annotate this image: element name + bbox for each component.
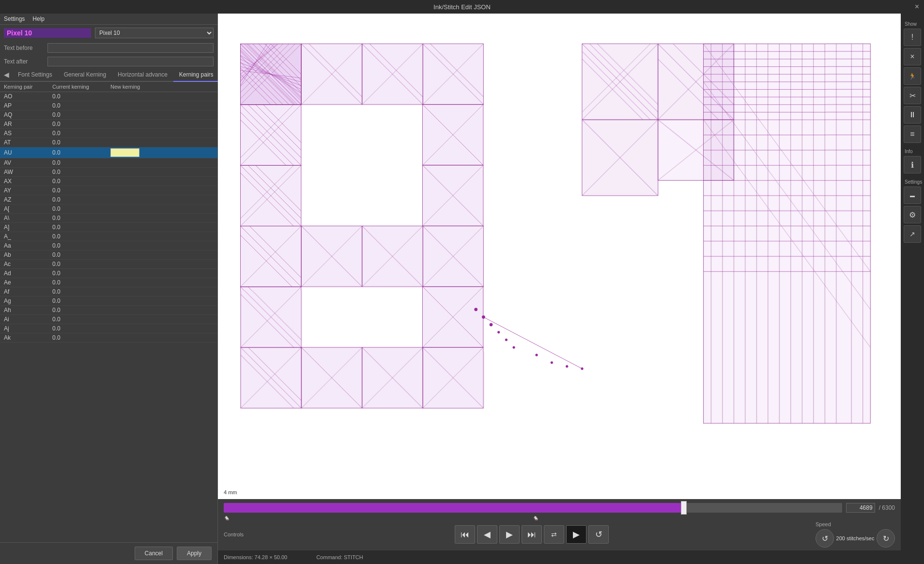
svg-point-160 [490, 323, 493, 326]
first-button[interactable]: ⏮ [455, 525, 475, 544]
current-kerning-cell: 0.0 [52, 233, 110, 240]
current-kerning-cell: 0.0 [52, 102, 110, 109]
kerning-pair-cell: Af [4, 288, 52, 295]
table-row[interactable]: Aa0.0 [0, 241, 217, 251]
menu-settings[interactable]: Settings [4, 16, 25, 22]
arrow-icon-btn[interactable]: ↗ [904, 225, 921, 243]
apply-button[interactable]: Apply [177, 547, 212, 560]
kerning-pair-cell: A\ [4, 215, 52, 221]
table-row[interactable]: AP0.0 [0, 101, 217, 110]
menu-help[interactable]: Help [32, 16, 45, 22]
cancel-button[interactable]: Cancel [135, 547, 173, 560]
font-selector-row: Pixel 10 [0, 25, 217, 41]
left-panel: Settings Help Pixel 10 Text before Text … [0, 14, 218, 564]
marker-start: 🐁 [224, 515, 230, 520]
tab-prev-button[interactable]: ◀ [1, 69, 12, 80]
table-row[interactable]: Ac0.0 [0, 260, 217, 269]
table-row[interactable]: Ah0.0 [0, 306, 217, 315]
table-row[interactable]: AR0.0 [0, 120, 217, 129]
next-button[interactable]: ▶ [499, 525, 520, 544]
table-row[interactable]: AV0.0 [0, 158, 217, 168]
right-sidebar: Show ! × 🏃 ✂ ⏸ ≡ Info ℹ Settings ▬ ⚙ ↗ [901, 14, 924, 564]
table-row[interactable]: AS0.0 [0, 129, 217, 138]
tab-horizontal-advance[interactable]: Horizontal advance [112, 68, 173, 81]
current-kerning-cell: 0.0 [52, 149, 110, 156]
stitch-total: / 6300 [879, 504, 895, 511]
play-button[interactable]: ▶ [566, 525, 586, 544]
current-kerning-cell: 0.0 [52, 307, 110, 313]
table-row[interactable]: AU0.0 [0, 147, 217, 158]
figure-icon-btn[interactable]: 🏃 [904, 67, 921, 85]
restart-button[interactable]: ↺ [588, 525, 609, 544]
text-before-input[interactable] [47, 43, 214, 53]
current-kerning-cell: 0.0 [52, 130, 110, 137]
table-row[interactable]: AQ0.0 [0, 110, 217, 120]
timeline-bar[interactable]: 🐁 🐁 [224, 503, 842, 513]
kerning-pair-cell: AP [4, 102, 52, 109]
speed-increase-button[interactable]: ↻ [877, 529, 895, 548]
command-label: Command: STITCH [316, 554, 363, 560]
scissors-icon-btn[interactable]: ✂ [904, 87, 921, 104]
bar-icon-btn[interactable]: ▬ [904, 187, 921, 204]
prev-button[interactable]: ◀ [477, 525, 497, 544]
current-kerning-cell: 0.0 [52, 111, 110, 118]
kerning-pair-cell: A[ [4, 205, 52, 212]
gear-icon-btn[interactable]: ⚙ [904, 206, 921, 223]
close-icon-btn[interactable]: × [904, 48, 921, 65]
current-kerning-cell: 0.0 [52, 298, 110, 304]
text-after-input[interactable] [47, 57, 214, 66]
table-row[interactable]: Ai0.0 [0, 315, 217, 324]
table-row[interactable]: Ae0.0 [0, 278, 217, 287]
pause-icon-btn[interactable]: ⏸ [904, 106, 921, 124]
scale-label: 4 mm [224, 489, 237, 495]
current-kerning-cell: 0.0 [52, 270, 110, 277]
table-row[interactable]: AX0.0 [0, 177, 217, 186]
table-row[interactable]: Af0.0 [0, 287, 217, 297]
swap-button[interactable]: ⇄ [544, 525, 564, 544]
tab-kerning-pairs[interactable]: Kerning pairs [173, 68, 219, 82]
table-row[interactable]: Ag0.0 [0, 297, 217, 306]
table-row[interactable]: AY0.0 [0, 186, 217, 195]
kerning-pair-cell: AZ [4, 196, 52, 203]
close-button[interactable]: × [915, 2, 919, 11]
info-icon-btn[interactable]: ℹ [904, 156, 921, 173]
speed-decrease-button[interactable]: ↺ [816, 529, 834, 548]
timeline-area: 🐁 🐁 / 6300 [218, 499, 901, 518]
table-row[interactable]: AZ0.0 [0, 195, 217, 204]
table-row[interactable]: AW0.0 [0, 168, 217, 177]
text-before-label: Text before [4, 45, 47, 51]
speed-label: Speed [816, 521, 831, 527]
table-row[interactable]: A\0.0 [0, 214, 217, 223]
font-dropdown[interactable]: Pixel 10 [95, 28, 214, 38]
lines-icon-btn[interactable]: ≡ [904, 125, 921, 143]
kerning-pair-cell: AR [4, 121, 52, 127]
table-row[interactable]: A]0.0 [0, 223, 217, 232]
stitch-count-input[interactable] [846, 503, 875, 513]
font-name-input[interactable] [4, 28, 91, 38]
kerning-pair-cell: AW [4, 169, 52, 175]
current-kerning-cell: 0.0 [52, 169, 110, 175]
table-row[interactable]: A[0.0 [0, 204, 217, 214]
kerning-pair-cell: AQ [4, 111, 52, 118]
kerning-pair-cell: A] [4, 224, 52, 231]
current-kerning-cell: 0.0 [52, 159, 110, 166]
new-kerning-input[interactable] [110, 148, 139, 157]
table-row[interactable]: Ak0.0 [0, 333, 217, 343]
svg-point-168 [581, 368, 584, 370]
timeline-thumb[interactable] [681, 501, 687, 515]
table-row[interactable]: Aj0.0 [0, 324, 217, 333]
exclamation-icon-btn[interactable]: ! [904, 29, 921, 46]
table-row[interactable]: Ad0.0 [0, 269, 217, 278]
table-row[interactable]: AO0.0 [0, 92, 217, 101]
last-button[interactable]: ⏭ [522, 525, 542, 544]
kerning-table[interactable]: Kerning pair Current kerning New kerning… [0, 82, 217, 542]
table-row[interactable]: AT0.0 [0, 138, 217, 147]
kerning-pair-cell: A_ [4, 233, 52, 240]
bottom-buttons: Cancel Apply [0, 542, 217, 564]
text-after-label: Text after [4, 58, 47, 65]
table-row[interactable]: A_0.0 [0, 232, 217, 241]
tab-font-settings[interactable]: Font Settings [12, 68, 58, 81]
tab-general-kerning[interactable]: General Kerning [58, 68, 112, 81]
table-row[interactable]: Ab0.0 [0, 251, 217, 260]
col-kerning-pair: Kerning pair [4, 84, 52, 90]
